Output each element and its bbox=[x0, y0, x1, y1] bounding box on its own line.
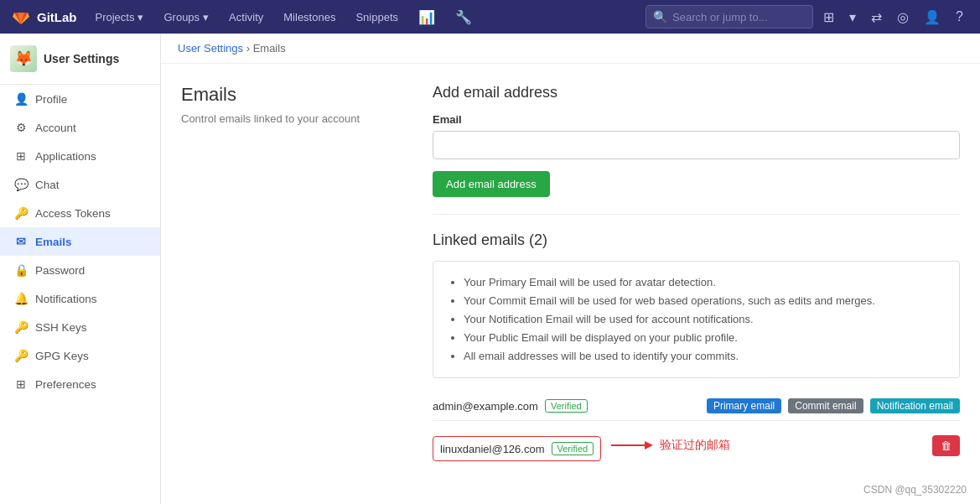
help-icon[interactable]: ? bbox=[949, 0, 970, 34]
ssh-icon: 🔑 bbox=[13, 320, 29, 334]
sidebar-title: User Settings bbox=[44, 52, 119, 65]
merge-requests-icon[interactable]: ⇄ bbox=[864, 0, 889, 34]
emails-section-desc: Control emails linked to your account bbox=[181, 112, 399, 125]
new-item-icon[interactable]: ⊞ bbox=[817, 0, 841, 34]
sidebar-item-label: Emails bbox=[35, 236, 72, 248]
nav-brand-text: GitLab bbox=[37, 10, 77, 24]
sidebar-item-ssh-keys[interactable]: 🔑 SSH Keys bbox=[0, 313, 160, 341]
access-tokens-icon: 🔑 bbox=[13, 206, 29, 220]
sidebar-nav: 👤 Profile ⚙ Account ⊞ Applications 💬 Cha… bbox=[0, 85, 160, 398]
info-item-0: Your Primary Email will be used for avat… bbox=[464, 273, 944, 292]
email-form: Email Add email address bbox=[433, 113, 960, 197]
nav-logo[interactable]: GitLab bbox=[10, 6, 77, 28]
sidebar-item-gpg-keys[interactable]: 🔑 GPG Keys bbox=[0, 341, 160, 370]
sidebar: 🦊 User Settings 👤 Profile ⚙ Account ⊞ Ap… bbox=[0, 34, 161, 504]
gpg-icon: 🔑 bbox=[13, 349, 29, 362]
sidebar-item-label: SSH Keys bbox=[35, 321, 87, 334]
search-icon: 🔍 bbox=[653, 10, 667, 23]
main-content: User Settings › Emails Emails Control em… bbox=[161, 34, 980, 504]
page-layout: 🦊 User Settings 👤 Profile ⚙ Account ⊞ Ap… bbox=[0, 34, 980, 504]
nav-activity[interactable]: Activity bbox=[220, 0, 272, 34]
nav-chart-icon[interactable]: 📊 bbox=[410, 0, 443, 34]
user-profile-icon[interactable]: 👤 bbox=[917, 0, 947, 34]
sidebar-item-label: Password bbox=[35, 264, 85, 277]
info-box: Your Primary Email will be used for avat… bbox=[433, 261, 960, 378]
notifications-icon: 🔔 bbox=[13, 292, 29, 305]
gitlab-logo-icon bbox=[10, 6, 32, 28]
sidebar-header: 🦊 User Settings bbox=[0, 34, 160, 85]
sidebar-item-label: Preferences bbox=[35, 378, 96, 391]
applications-icon: ⊞ bbox=[13, 149, 29, 163]
primary-email-badge: Primary email bbox=[707, 398, 781, 413]
nav-right-icons: ⊞ ▾ ⇄ ◎ 👤 ? bbox=[817, 0, 970, 34]
arrow-icon bbox=[611, 437, 653, 454]
annotation-text: 验证过的邮箱 bbox=[660, 438, 730, 453]
linked-emails-title: Linked emails (2) bbox=[433, 231, 960, 249]
preferences-icon: ⊞ bbox=[13, 377, 29, 391]
sidebar-item-label: GPG Keys bbox=[35, 350, 89, 362]
email-field-label: Email bbox=[433, 113, 960, 126]
sidebar-item-emails[interactable]: ✉ Emails bbox=[0, 227, 160, 256]
issues-icon[interactable]: ◎ bbox=[890, 0, 915, 34]
commit-email-badge: Commit email bbox=[788, 398, 863, 413]
profile-icon: 👤 bbox=[13, 92, 29, 106]
nav-wrench-icon[interactable]: 🔧 bbox=[447, 0, 480, 34]
emails-section-title: Emails bbox=[181, 84, 399, 106]
breadcrumb-parent[interactable]: User Settings bbox=[178, 42, 243, 55]
sidebar-item-applications[interactable]: ⊞ Applications bbox=[0, 142, 160, 170]
left-column: Emails Control emails linked to your acc… bbox=[181, 84, 399, 461]
chat-icon: 💬 bbox=[13, 178, 29, 191]
sidebar-item-chat[interactable]: 💬 Chat bbox=[0, 170, 160, 199]
email-row-secondary: linuxdaniel@126.com Verified bbox=[433, 436, 601, 461]
emails-icon: ✉ bbox=[13, 235, 29, 248]
email-input[interactable] bbox=[433, 131, 960, 159]
email-address-primary: admin@example.com bbox=[433, 400, 538, 413]
info-item-3: Your Public Email will be displayed on y… bbox=[464, 329, 944, 347]
breadcrumb-separator: › bbox=[246, 42, 253, 55]
sidebar-item-password[interactable]: 🔒 Password bbox=[0, 256, 160, 284]
breadcrumb: User Settings › Emails bbox=[161, 34, 980, 64]
email-address-secondary: linuxdaniel@126.com bbox=[440, 443, 545, 455]
sidebar-item-label: Profile bbox=[35, 93, 67, 106]
search-box: 🔍 bbox=[646, 5, 813, 29]
sidebar-item-account[interactable]: ⚙ Account bbox=[0, 113, 160, 142]
sidebar-item-label: Access Tokens bbox=[35, 207, 111, 220]
delete-email-button[interactable]: 🗑 bbox=[932, 435, 960, 456]
verified-badge-secondary: Verified bbox=[552, 442, 594, 455]
info-item-2: Your Notification Email will be used for… bbox=[464, 310, 944, 329]
info-list: Your Primary Email will be used for avat… bbox=[449, 273, 944, 366]
footer-note: CSDN @qq_35302220 bbox=[863, 484, 967, 496]
right-column: Add email address Email Add email addres… bbox=[433, 84, 960, 461]
sidebar-item-label: Notifications bbox=[35, 293, 97, 305]
sidebar-item-notifications[interactable]: 🔔 Notifications bbox=[0, 284, 160, 313]
content-area: Emails Control emails linked to your acc… bbox=[161, 64, 980, 481]
nav-groups[interactable]: Groups ▾ bbox=[155, 0, 217, 34]
sidebar-item-profile[interactable]: 👤 Profile bbox=[0, 85, 160, 113]
search-input[interactable] bbox=[672, 11, 806, 23]
avatar: 🦊 bbox=[10, 45, 37, 72]
sidebar-item-access-tokens[interactable]: 🔑 Access Tokens bbox=[0, 199, 160, 227]
info-item-4: All email addresses will be used to iden… bbox=[464, 347, 944, 366]
nav-milestones[interactable]: Milestones bbox=[275, 0, 344, 34]
nav-projects[interactable]: Projects ▾ bbox=[87, 0, 153, 34]
breadcrumb-current: Emails bbox=[253, 42, 286, 55]
sidebar-item-label: Chat bbox=[35, 179, 60, 191]
annotation: 验证过的邮箱 bbox=[611, 437, 730, 454]
verified-badge-primary: Verified bbox=[545, 399, 588, 413]
nav-snippets[interactable]: Snippets bbox=[347, 0, 407, 34]
notification-email-badge: Notification email bbox=[870, 398, 960, 413]
info-item-1: Your Commit Email will be used for web b… bbox=[464, 292, 944, 310]
account-icon: ⚙ bbox=[13, 121, 29, 134]
add-email-title: Add email address bbox=[433, 84, 960, 101]
sidebar-item-preferences[interactable]: ⊞ Preferences bbox=[0, 370, 160, 398]
chevron-down-icon: ▾ bbox=[203, 11, 209, 23]
sidebar-item-label: Account bbox=[35, 122, 76, 134]
password-icon: 🔒 bbox=[13, 263, 29, 277]
section-divider bbox=[433, 214, 960, 215]
top-nav: GitLab Projects ▾ Groups ▾ Activity Mile… bbox=[0, 0, 980, 34]
chevron-down-icon: ▾ bbox=[137, 11, 143, 23]
add-email-button[interactable]: Add email address bbox=[433, 171, 550, 197]
email-row-secondary-wrapper: linuxdaniel@126.com Verified 验证过的邮箱 🗑 bbox=[433, 429, 960, 461]
plus-icon[interactable]: ▾ bbox=[843, 0, 863, 34]
svg-marker-6 bbox=[645, 441, 653, 449]
